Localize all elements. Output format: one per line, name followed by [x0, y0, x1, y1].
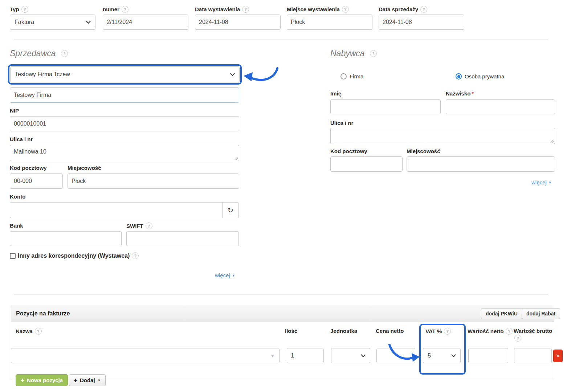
- nabywca-kod-input[interactable]: [330, 156, 403, 172]
- pozycje-title: Pozycje na fakturze: [16, 310, 70, 317]
- dodaj-rabat-button[interactable]: dodaj Rabat: [522, 308, 560, 319]
- chevron-down-icon: [86, 21, 91, 24]
- nabywca-ulica-textarea[interactable]: [330, 128, 555, 144]
- required-mark: *: [472, 90, 474, 97]
- col-nazwa-header: Nazwa ?: [16, 328, 42, 335]
- row-ilosc-input[interactable]: [287, 348, 324, 363]
- row-wartosc-netto-input[interactable]: [468, 348, 508, 363]
- nowa-pozycja-button[interactable]: + Nowa pozycja: [16, 374, 68, 386]
- inny-adres-checkbox[interactable]: [10, 253, 16, 259]
- nazwisko-input[interactable]: [446, 99, 555, 114]
- resize-handle-icon[interactable]: [550, 139, 554, 143]
- divider: [14, 294, 548, 295]
- data-sprzedazy-label: Data sprzedaży: [379, 6, 418, 13]
- inny-adres-row: Inny adres korespondecyjny (Wystawca) ?: [10, 252, 139, 259]
- swift-input[interactable]: [126, 231, 239, 246]
- help-icon[interactable]: ?: [35, 328, 42, 335]
- resize-handle-icon[interactable]: [234, 156, 238, 160]
- sprzedawca-kod-label: Kod pocztowy: [10, 165, 47, 171]
- bank-input[interactable]: [10, 231, 122, 246]
- nabywca-ulica-label: Ulica i nr: [330, 120, 353, 126]
- help-icon[interactable]: ?: [342, 6, 349, 13]
- sprzedawca-company-select-value: Testowy Firma Tczew: [15, 71, 70, 78]
- help-icon[interactable]: ?: [506, 328, 513, 335]
- radio-selected-icon: [456, 73, 462, 79]
- dodaj-button[interactable]: + Dodaj ▼: [69, 374, 106, 386]
- nazwisko-label-row: Nazwisko *: [446, 90, 474, 97]
- row-cena-netto-input[interactable]: [376, 348, 415, 363]
- help-icon[interactable]: ?: [146, 222, 152, 229]
- miejsce-wystawienia-label: Miejsce wystawienia: [287, 6, 340, 13]
- row-wartosc-brutto-input[interactable]: [514, 348, 552, 363]
- annotation-arrow-left-icon: [242, 66, 280, 86]
- nabywca-miejscowosc-input[interactable]: [407, 156, 555, 172]
- chevron-down-icon: [451, 354, 456, 358]
- sprzedawca-company-select[interactable]: Testowy Firma Tczew: [10, 66, 240, 82]
- typ-label: Typ: [10, 6, 19, 13]
- help-icon[interactable]: ?: [61, 50, 68, 57]
- nabywca-miejscowosc-label: Miejscowość: [407, 148, 440, 155]
- nazwisko-label: Nazwisko: [446, 90, 470, 97]
- sprzedawca-miejscowosc-label: Miejscowość: [68, 165, 101, 171]
- radio-osoba-label: Osoba prywatna: [465, 73, 504, 79]
- pozycje-panel: Pozycje na fakturze: [11, 305, 554, 380]
- miejsce-wystawienia-label-row: Miejsce wystawienia ?: [287, 6, 349, 13]
- bank-label: Bank: [10, 222, 23, 229]
- help-icon[interactable]: ?: [122, 6, 129, 13]
- help-icon[interactable]: ?: [242, 6, 249, 13]
- col-jednostka-header: Jednostka: [330, 328, 357, 334]
- divider: [14, 39, 548, 40]
- sprzedawca-section-title: Sprzedawca ?: [10, 49, 68, 58]
- radio-unselected-icon: [340, 73, 347, 79]
- typ-select[interactable]: Faktura: [10, 15, 95, 30]
- sprzedawca-miejscowosc-input[interactable]: [68, 173, 239, 189]
- pozycje-panel-header: Pozycje na fakturze: [11, 305, 554, 322]
- konto-refresh-button[interactable]: ↻: [222, 202, 239, 218]
- imie-label: Imię: [330, 90, 341, 97]
- chevron-down-icon: [230, 73, 235, 76]
- col-ilosc-header: Ilość: [285, 328, 297, 334]
- dodaj-pkwiu-button[interactable]: dodaj PKWiU: [481, 308, 522, 319]
- sprzedawca-wiecej-link[interactable]: więcej ▼: [215, 272, 235, 278]
- radio-firma[interactable]: Firma: [340, 73, 363, 79]
- numer-label: numer: [103, 6, 119, 13]
- nabywca-wiecej-link[interactable]: więcej ▼: [531, 179, 552, 185]
- data-wystawienia-label-row: Data wystawienia ?: [195, 6, 249, 13]
- row-delete-button[interactable]: ✕: [553, 350, 563, 362]
- help-icon[interactable]: ?: [514, 335, 521, 342]
- plus-icon: +: [74, 377, 77, 384]
- nip-label: NIP: [10, 107, 19, 114]
- help-icon[interactable]: ?: [370, 50, 377, 57]
- nip-input[interactable]: [10, 116, 239, 131]
- sprzedawca-company-name-input[interactable]: [10, 87, 239, 103]
- numer-input[interactable]: [103, 15, 188, 30]
- caret-down-icon: ▼: [232, 274, 235, 277]
- radio-firma-label: Firma: [350, 73, 363, 79]
- swift-label: SWIFT: [126, 223, 143, 229]
- help-icon[interactable]: ?: [21, 6, 28, 13]
- miejsce-wystawienia-input[interactable]: [287, 15, 372, 30]
- sprzedawca-kod-input[interactable]: [10, 173, 63, 189]
- sprzedawca-ulica-label: Ulica i nr: [10, 136, 33, 143]
- row-jednostka-select[interactable]: [331, 348, 370, 363]
- help-icon[interactable]: ?: [420, 6, 427, 13]
- data-sprzedazy-input[interactable]: [379, 15, 464, 30]
- data-wystawienia-label: Data wystawienia: [195, 6, 240, 13]
- numer-label-row: numer ?: [103, 6, 129, 13]
- nabywca-section-title: Nabywca ?: [330, 49, 377, 58]
- help-icon[interactable]: ?: [444, 328, 451, 335]
- radio-osoba-prywatna[interactable]: Osoba prywatna: [456, 73, 504, 79]
- sprzedawca-ulica-textarea[interactable]: Malinowa 10: [10, 145, 239, 161]
- data-wystawienia-input[interactable]: [195, 15, 281, 30]
- konto-input[interactable]: [10, 202, 223, 218]
- help-icon[interactable]: ?: [132, 252, 139, 259]
- combo-caret-icon: ▼: [270, 353, 275, 359]
- delete-icon: ✕: [556, 353, 560, 359]
- row-nazwa-combobox[interactable]: ▼: [11, 348, 280, 363]
- col-wartosc-netto-header: Wartość netto ?: [468, 328, 513, 335]
- row-vat-select[interactable]: 5: [423, 348, 461, 363]
- imie-input[interactable]: [330, 99, 441, 114]
- sprzedawca-title: Sprzedawca: [10, 49, 56, 58]
- swift-label-row: SWIFT ?: [126, 222, 152, 229]
- typ-label-row: Typ ?: [10, 6, 28, 13]
